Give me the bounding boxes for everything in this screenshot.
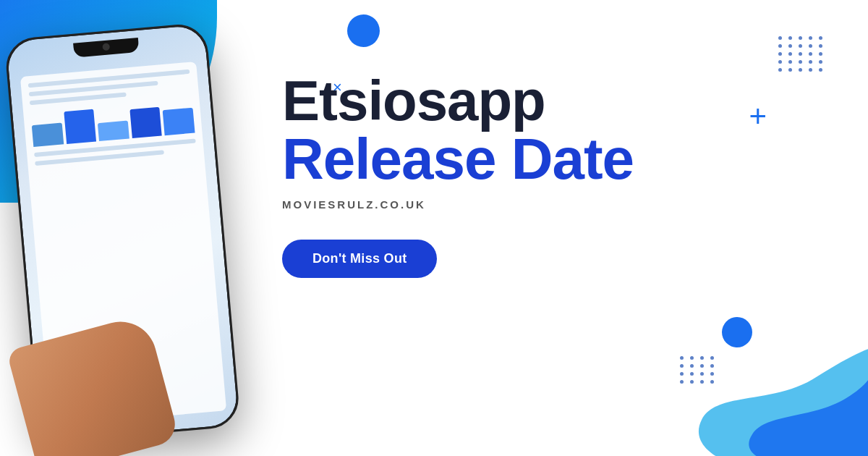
dot — [788, 60, 792, 64]
dot-grid-inner-bottom — [680, 356, 716, 384]
dot — [700, 380, 704, 384]
dot-grid-bottom-right — [680, 356, 716, 384]
chart-bar — [98, 121, 129, 142]
dot — [710, 372, 714, 376]
dot — [809, 52, 812, 56]
dot — [778, 44, 782, 48]
dot — [809, 44, 812, 48]
dot — [799, 52, 802, 56]
main-content: Etsiosapp Release Date MOVIESRULZ.CO.UK … — [282, 72, 788, 278]
dot — [690, 364, 694, 368]
phone-mockup — [4, 20, 271, 456]
dot — [788, 44, 792, 48]
dot — [710, 356, 714, 360]
dot — [700, 372, 704, 376]
dot-grid-top-right — [778, 36, 825, 72]
dot — [819, 60, 822, 64]
dot — [788, 36, 792, 40]
dot — [788, 68, 792, 72]
dot — [680, 380, 684, 384]
chart-bar — [32, 123, 64, 148]
dot — [710, 364, 714, 368]
dot — [809, 60, 812, 64]
title-line2: Release Date — [282, 129, 788, 190]
dot-grid-inner — [778, 36, 825, 72]
dot — [700, 364, 704, 368]
dot — [700, 356, 704, 360]
dot — [819, 44, 822, 48]
circle-decoration-top — [347, 14, 380, 47]
title-line1: Etsiosapp — [282, 72, 788, 129]
dot — [819, 68, 822, 72]
dot — [799, 44, 802, 48]
cta-button[interactable]: Don't Miss Out — [282, 240, 437, 278]
dot — [690, 380, 694, 384]
dot — [819, 36, 822, 40]
dot — [680, 356, 684, 360]
chart-bar — [129, 107, 162, 138]
dot — [680, 364, 684, 368]
dot — [778, 52, 782, 56]
dot — [778, 36, 782, 40]
dot — [788, 52, 792, 56]
dot — [680, 372, 684, 376]
chart-bar — [163, 108, 195, 135]
dot — [819, 52, 822, 56]
dot — [799, 60, 802, 64]
dot — [710, 380, 714, 384]
dot — [778, 60, 782, 64]
dot — [690, 356, 694, 360]
dot — [799, 36, 802, 40]
dot — [690, 372, 694, 376]
screen-chart — [30, 97, 195, 147]
chart-bar — [64, 109, 96, 144]
dot — [809, 68, 812, 72]
subtitle: MOVIESRULZ.CO.UK — [282, 198, 788, 211]
dot — [799, 68, 802, 72]
circle-decoration-bottom-right — [722, 317, 752, 347]
dot — [778, 68, 782, 72]
dot — [809, 36, 812, 40]
